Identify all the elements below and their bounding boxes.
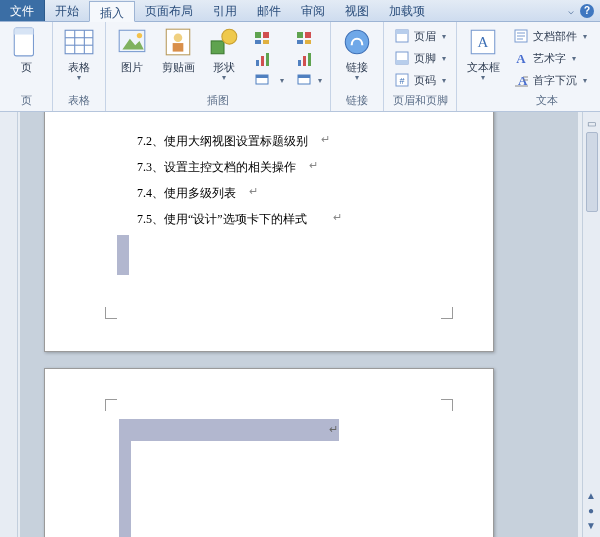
footer-icon <box>394 50 410 66</box>
page-2[interactable]: ↵ <box>44 368 494 537</box>
smartart-button[interactable] <box>250 26 288 46</box>
scroll-thumb[interactable] <box>586 132 598 212</box>
tab-审阅[interactable]: 审阅 <box>291 0 335 21</box>
label: 艺术字 <box>533 51 566 66</box>
dropdown-icon: ▾ <box>318 76 322 85</box>
label: 页 <box>21 60 32 75</box>
crop-mark <box>441 307 453 319</box>
shapes-button[interactable]: 形状▾ <box>204 26 244 81</box>
text-cursor-block <box>117 235 129 275</box>
doc-line[interactable]: 7.5、使用“设计”选项卡下的样式 <box>137 211 307 228</box>
document-area[interactable]: 7.2、使用大纲视图设置标题级别↵ 7.3、设置主控文档的相关操作↵ 7.4、使… <box>20 112 578 537</box>
label: 首字下沉 <box>533 73 577 88</box>
vertical-ruler <box>0 112 18 537</box>
group-页: 页页 <box>0 22 53 111</box>
picture-icon <box>116 26 148 58</box>
browse-object-icon[interactable]: ● <box>588 505 594 516</box>
tab-开始[interactable]: 开始 <box>45 0 89 21</box>
smartart-icon <box>254 28 270 44</box>
wordart-button[interactable]: 艺术字▾ <box>509 48 591 68</box>
group-label: 插图 <box>112 91 324 111</box>
textbox-icon <box>467 26 499 58</box>
group-链接: 链接▾链接 <box>331 22 384 111</box>
chart-button[interactable] <box>294 48 324 68</box>
crop-mark <box>441 399 453 411</box>
clipart-icon <box>162 26 194 58</box>
dropdown-icon: ▾ <box>442 32 446 41</box>
group-label: 表格 <box>59 91 99 111</box>
tab-页面布局[interactable]: 页面布局 <box>135 0 203 21</box>
table-button[interactable]: 表格▾ <box>59 26 99 81</box>
ribbon-minimize-icon[interactable]: ⌵ <box>568 5 574 16</box>
label: 剪贴画 <box>162 60 195 75</box>
chart-icon <box>296 50 312 66</box>
label: 页码 <box>414 73 436 88</box>
label: 页眉 <box>414 29 436 44</box>
screenshot-button[interactable]: ▾ <box>294 70 324 90</box>
tab-引用[interactable]: 引用 <box>203 0 247 21</box>
help-icon[interactable]: ? <box>580 4 594 18</box>
dropdown-icon: ▾ <box>77 75 81 81</box>
group-label: 文本 <box>463 91 600 111</box>
textbox-button[interactable]: 文本框▾ <box>463 26 503 81</box>
dropcap-icon <box>513 72 529 88</box>
tab-插入[interactable]: 插入 <box>89 1 135 22</box>
selection-block <box>119 419 339 441</box>
header-button[interactable]: 页眉▾ <box>390 26 450 46</box>
chart-icon <box>254 50 270 66</box>
link-icon <box>341 26 373 58</box>
chart-button[interactable] <box>250 48 288 68</box>
crop-mark <box>105 399 117 411</box>
group-文本: 文本框▾文档部件▾艺术字▾首字下沉▾▾▾文本 <box>457 22 600 111</box>
dropdown-icon: ▾ <box>442 54 446 63</box>
dropdown-icon: ▾ <box>280 76 284 85</box>
doc-line[interactable]: 7.2、使用大纲视图设置标题级别 <box>137 133 308 150</box>
tab-加载项[interactable]: 加载项 <box>379 0 435 21</box>
dropdown-icon: ▾ <box>583 76 587 85</box>
doc-line[interactable]: 7.3、设置主控文档的相关操作 <box>137 159 296 176</box>
quickparts-button[interactable]: 文档部件▾ <box>509 26 591 46</box>
pagenum-icon <box>394 72 410 88</box>
selection-block <box>119 441 131 537</box>
table-icon <box>63 26 95 58</box>
smartart-button[interactable] <box>294 26 324 46</box>
split-icon[interactable]: ▭ <box>587 118 596 129</box>
label: 页脚 <box>414 51 436 66</box>
label: 图片 <box>121 60 143 75</box>
screenshot-button[interactable]: ▾ <box>250 70 288 90</box>
footer-button[interactable]: 页脚▾ <box>390 48 450 68</box>
prev-page-icon[interactable]: ▲ <box>586 490 596 501</box>
doc-line[interactable]: 7.4、使用多级列表 <box>137 185 236 202</box>
group-表格: 表格▾表格 <box>53 22 106 111</box>
vertical-scrollbar[interactable]: ▭ ▲ ● ▼ <box>582 112 600 537</box>
group-页眉和页脚: 页眉▾页脚▾页码▾页眉和页脚 <box>384 22 457 111</box>
shapes-icon <box>208 26 240 58</box>
page-button[interactable]: 页 <box>6 26 46 75</box>
page-1[interactable]: 7.2、使用大纲视图设置标题级别↵ 7.3、设置主控文档的相关操作↵ 7.4、使… <box>44 112 494 352</box>
header-icon <box>394 28 410 44</box>
wordart-icon <box>513 50 529 66</box>
group-插图: 图片剪贴画形状▾▾▾插图 <box>106 22 331 111</box>
tab-邮件[interactable]: 邮件 <box>247 0 291 21</box>
menu-bar: 文件 开始插入页面布局引用邮件审阅视图加载项 ⌵ ? <box>0 0 600 22</box>
label: 文档部件 <box>533 29 577 44</box>
link-button[interactable]: 链接▾ <box>337 26 377 81</box>
tab-视图[interactable]: 视图 <box>335 0 379 21</box>
dropdown-icon: ▾ <box>442 76 446 85</box>
page-icon <box>10 26 42 58</box>
screenshot-icon <box>296 72 312 88</box>
dropdown-icon: ▾ <box>583 32 587 41</box>
clipart-button[interactable]: 剪贴画 <box>158 26 198 75</box>
group-label: 链接 <box>337 91 377 111</box>
workspace: 7.2、使用大纲视图设置标题级别↵ 7.3、设置主控文档的相关操作↵ 7.4、使… <box>0 112 600 537</box>
group-label: 页 <box>6 91 46 111</box>
crop-mark <box>105 307 117 319</box>
dropdown-icon: ▾ <box>355 75 359 81</box>
pagenum-button[interactable]: 页码▾ <box>390 70 450 90</box>
next-page-icon[interactable]: ▼ <box>586 520 596 531</box>
dropdown-icon: ▾ <box>222 75 226 81</box>
dropcap-button[interactable]: 首字下沉▾ <box>509 70 591 90</box>
tab-file[interactable]: 文件 <box>0 0 45 21</box>
quickparts-icon <box>513 28 529 44</box>
picture-button[interactable]: 图片 <box>112 26 152 75</box>
